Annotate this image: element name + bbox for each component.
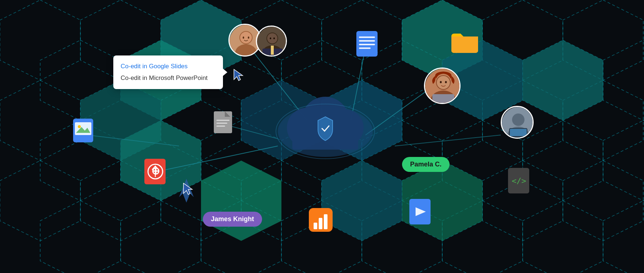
svg-rect-79: [271, 46, 274, 55]
svg-rect-117: [510, 129, 527, 136]
context-menu[interactable]: Co-edit in Google Slides Co-edit in Micr…: [113, 55, 223, 89]
user-avatar-2: [256, 26, 287, 57]
generic-file-icon: [212, 109, 234, 135]
svg-rect-102: [359, 36, 375, 38]
pamela-c-badge: Pamela C.: [402, 157, 450, 172]
cloud-center: [274, 88, 376, 162]
svg-marker-31: [603, 120, 644, 201]
svg-point-110: [440, 81, 442, 83]
svg-marker-57: [201, 161, 281, 241]
image-file-icon: [71, 117, 95, 144]
svg-rect-119: [314, 223, 317, 229]
svg-point-114: [512, 114, 524, 126]
svg-point-81: [273, 38, 275, 39]
coedit-powerpoint-option[interactable]: Co-edit in Microsoft PowerPoint: [121, 72, 216, 84]
svg-text:</>: </>: [512, 176, 526, 185]
code-file-icon: </>: [506, 166, 532, 195]
svg-rect-99: [216, 123, 227, 124]
coedit-google-slides-option[interactable]: Co-edit in Google Slides: [121, 61, 216, 72]
svg-marker-15: [603, 40, 644, 120]
svg-point-73: [248, 36, 249, 39]
james-knight-badge: James Knight: [203, 212, 262, 227]
svg-rect-120: [319, 218, 322, 229]
svg-rect-100: [216, 126, 225, 127]
svg-marker-126: [183, 183, 192, 195]
cursor-arrow: [183, 182, 194, 195]
svg-point-71: [240, 32, 252, 43]
second-user-avatar: [501, 106, 534, 139]
svg-rect-103: [359, 40, 375, 42]
svg-marker-127: [234, 69, 243, 81]
svg-point-72: [243, 36, 244, 39]
svg-point-111: [445, 81, 447, 83]
svg-point-80: [270, 38, 271, 39]
google-slides-icon: [408, 197, 433, 226]
pamela-avatar: [424, 68, 461, 104]
svg-point-91: [78, 125, 81, 128]
svg-rect-104: [359, 44, 375, 45]
svg-rect-98: [216, 120, 230, 121]
svg-marker-47: [603, 201, 644, 273]
svg-point-109: [437, 76, 450, 89]
svg-line-66: [395, 135, 501, 146]
svg-point-77: [267, 33, 277, 43]
svg-rect-105: [359, 47, 371, 49]
svg-rect-121: [324, 214, 327, 229]
google-doc-icon: [355, 29, 380, 58]
cursor-arrow-2: [233, 69, 244, 81]
analytics-icon: [307, 206, 334, 234]
main-canvas: Co-edit in Google Slides Co-edit in Micr…: [0, 0, 644, 273]
folder-icon: [450, 29, 479, 55]
pdf-file-icon: ⊕: [143, 157, 168, 186]
svg-rect-96: [214, 111, 232, 133]
svg-marker-54: [523, 40, 603, 120]
